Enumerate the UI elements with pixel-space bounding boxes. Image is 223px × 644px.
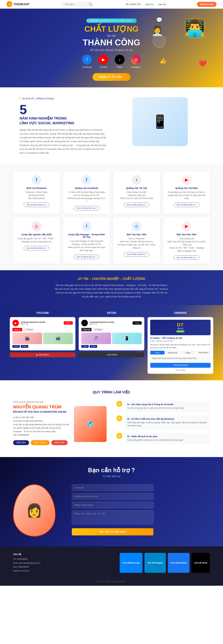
nav-service[interactable]: Dịch Vụ xyxy=(146,3,153,6)
service-card-ads-supply: ◎ Cung cấp nguyên Liệu ADS Cung cấp nguy… xyxy=(13,218,60,264)
service-desc-4: Cung cấp nguyên Liệu VIA – BM – TKQC – F… xyxy=(17,237,56,243)
dt-thich-btn[interactable]: Thích xyxy=(150,351,164,354)
tiktok-card: ♪ @nguyenduytrieu.media 5451 22 Follow T… xyxy=(79,317,144,350)
footer-zalo: Zalo: 0999999999 xyxy=(13,565,110,569)
copyright: © 2024 DT Media. All rights reserved. xyxy=(97,580,126,582)
tiktok-column: TIKTOK ♪ @nguyenduytrieu.media 5451 22 F… xyxy=(79,312,144,374)
service-icon-training2: ▶ xyxy=(182,222,192,231)
footer-bottom: © 2024 DT Media. All rights reserved. xyxy=(13,578,210,582)
service-icon-youtube: ▶ xyxy=(182,175,192,185)
search-box: 🔍 xyxy=(61,2,94,7)
youtube-icon: ▶ xyxy=(98,55,108,64)
yt-badge2: 2 khóc xyxy=(21,345,28,348)
messenger-button[interactable]: Liên hệ Messenger xyxy=(120,553,142,573)
tt-thumb-row2: 1 khóc 2 khóc xyxy=(81,345,142,348)
social-icons-row: f Facebook ▶ Youtube ♪ Tiktok ◎ Instagra… xyxy=(13,55,210,68)
tt-thumbnails: 🎵 📱 xyxy=(81,332,142,344)
tt-follow-btn[interactable]: Follow xyxy=(132,321,142,324)
xem-kenh-yt-btn[interactable]: ▶ XEM KÊNH xyxy=(10,352,76,357)
dt-xemthem-btn[interactable]: Xem thêm ▾ xyxy=(196,351,210,354)
service-title-0: Dịch Vụ Facebook xyxy=(17,187,56,190)
btn-nam[interactable]: MIỀN NAM xyxy=(51,440,68,445)
step-3-number: 03 xyxy=(116,433,122,439)
btn-bac[interactable]: MIỀN BẮC xyxy=(13,440,29,445)
proof-columns: YOUTUBE ▶ @nguyenduytrieu.media 5451 22 … xyxy=(10,312,213,374)
step-1-content: 01 - Ghi nhận trạng thái & Thông tin tài… xyxy=(125,401,210,412)
dt-media-logo-text: DT xyxy=(153,322,208,328)
banner-desc: HỖ TRỢ MỌI VẤN ĐỀ VỀ MẠNG XÃ HỘI xyxy=(13,49,210,52)
svg-point-15 xyxy=(179,509,180,510)
footer: Liên hệ Tel: 0999999999 Email: dtdocdesi… xyxy=(0,546,223,586)
dt-theodoi-btn[interactable]: Đã theo dõi xyxy=(166,351,180,354)
nav-contact[interactable]: Liên Hệ xyxy=(158,3,166,6)
exp-desc: Quang Triều đã bắt đầu công việc là một … xyxy=(20,128,106,155)
service-btn-3[interactable]: Xem chi tiết về dịch vụ > xyxy=(174,203,199,207)
agent-label: Hỗ trợ xử lý KCASE trên toàn quốc xyxy=(13,401,106,403)
tt-thumb-1: 🎵 xyxy=(81,332,111,344)
instagram-label: Instagram xyxy=(131,66,141,68)
yt-comment-btn[interactable]: 💬 Nói gì xyxy=(24,328,34,331)
fanpage-column: FANPAGE DT MEDIA 860.098 DT Media – Hỗ T… xyxy=(148,312,213,374)
phone-button[interactable]: 09990123 456 xyxy=(197,2,216,7)
search-input[interactable] xyxy=(63,2,89,6)
service-desc-3: Chạy quảng cáo trên nền tảng YouTube và … xyxy=(167,191,206,200)
dt-post-preview: Page nội liên stream đã que đó anh Page … xyxy=(150,356,210,361)
service-btn-7[interactable]: Xem chi tiết về dịch vụ > xyxy=(174,256,199,260)
nav-about[interactable]: VỀ CHÚNG TÔI xyxy=(126,3,141,6)
step-3-title: 03 - Nhận kết quả và bàn giao xyxy=(127,435,208,438)
yt-name: @nguyenduytrieu.media xyxy=(20,321,45,323)
header: 4 THEME4UP 🔍 VỀ CHÚNG TÔI Dịch Vụ Liên H… xyxy=(0,0,223,9)
register-button[interactable]: ĐĂNG KÝ TƯ VẤN ↓ xyxy=(92,73,130,81)
svg-line-2 xyxy=(82,480,114,502)
xem-kenh-tt-btn[interactable]: ♪ XEM KÊNH xyxy=(79,352,144,357)
service-icon-fanpage: f xyxy=(82,222,92,231)
svg-line-0 xyxy=(16,472,49,487)
network-decoration xyxy=(0,457,223,546)
service-icon-tiktok: ♪ xyxy=(132,175,141,185)
facebook-button[interactable]: Liên hệ Facebook xyxy=(168,553,190,573)
telegram-button[interactable]: Liên hệ Telegram xyxy=(144,553,166,573)
service-icon-ads-supply: ◎ xyxy=(32,222,41,231)
service-btn-6[interactable]: Xem chi tiết về dịch vụ > xyxy=(124,252,149,256)
tiktok-col-title: TIKTOK xyxy=(79,312,144,314)
service-title-5: Cung Cấp Fanpage – Group Kênh Tik Tok xyxy=(67,233,106,238)
service-btn-2[interactable]: Xem chi tiết về dịch vụ > xyxy=(124,203,149,207)
svg-line-1 xyxy=(49,480,82,487)
yt-follow-btn[interactable]: Follow xyxy=(64,321,73,324)
service-icon-training1: ◎ xyxy=(132,222,141,231)
svg-point-12 xyxy=(81,479,82,480)
facebook-icon: f xyxy=(82,55,92,64)
service-btn-5[interactable]: Xem chi tiết về dịch vụ > xyxy=(74,255,99,259)
step-2-content: 02 - Ký HĐ & Triển khai theo tiến độ (De… xyxy=(125,416,210,430)
header-nav: VỀ CHÚNG TÔI Dịch Vụ Liên Hệ xyxy=(126,3,166,6)
footer-contact-title: Liên hệ xyxy=(13,553,110,556)
tt-subscribe-btn[interactable]: Theo dõi xyxy=(81,328,92,331)
social-facebook: f Facebook xyxy=(82,55,92,68)
service-btn-1[interactable]: Xem chi tiết về dịch vụ > xyxy=(74,206,99,210)
dt-media-name: DT Media – Hỗ Trợ Mạng Xã Hội xyxy=(150,337,210,339)
yt-profile-info: @nguyenduytrieu.media 5451 22 xyxy=(20,321,45,325)
service-btn-0[interactable]: Xem chi tiết về dịch vụ > xyxy=(24,203,49,207)
service-desc-0: Tăng Like – Share FollowMở khóa tài khoả… xyxy=(17,191,56,200)
service-btn-4[interactable]: Xem chi tiết về dịch vụ > xyxy=(24,246,49,250)
main-title: CHẤT LƯỢNG xyxy=(13,25,210,34)
experience-section: Uy tín là số 1, không có nhưng ! 5 NĂM K… xyxy=(0,87,223,164)
btn-trung[interactable]: MIỀN TRUNG xyxy=(31,440,50,445)
tiktok-button[interactable]: Liên hệ Tiktok xyxy=(192,553,210,573)
dt-video-btn[interactable]: Video xyxy=(181,351,195,354)
yt-thumb-1: 🎬 xyxy=(12,332,42,344)
agent-buttons: MIỀN BẮC MIỀN TRUNG MIỀN NAM xyxy=(13,440,71,445)
yt-subscribe-btn[interactable]: Đăng ký xyxy=(12,328,22,331)
step-1-number: 01 xyxy=(116,401,122,407)
service-desc-2: Chạy Quảng Cáo ADSFacebook Hiệu QuảTối Ư… xyxy=(117,191,156,200)
service-desc-5: Cung cấp Fanpage cho dân chạy ADSFanpage… xyxy=(67,240,106,252)
tt-comment-btn[interactable]: 💬 Nói gì xyxy=(93,328,104,331)
yt-thumb-2: 📹 xyxy=(43,332,73,344)
xem-fanpage-btn[interactable]: f XEM FANPAGE xyxy=(150,363,210,368)
youtube-label: Youtube xyxy=(100,66,107,68)
svg-point-11 xyxy=(48,486,50,488)
step-2-desc: Thực hiện theo nghị vụ đã thực group / B… xyxy=(127,421,208,427)
logo[interactable]: 4 THEME4UP xyxy=(6,1,30,7)
service-card-training2: ▶ Đào Tạo Học Viên Chạy Quảng CáoKiến Th… xyxy=(163,218,210,264)
quy-trinh-left: Hỗ trợ xử lý KCASE trên toàn quốc NGUYỄN… xyxy=(13,401,106,445)
